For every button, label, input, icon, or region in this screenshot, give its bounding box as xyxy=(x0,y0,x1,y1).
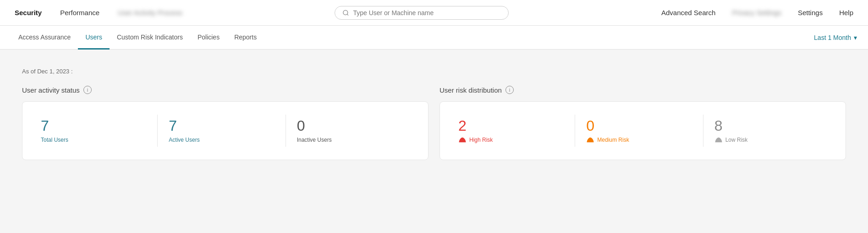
top-nav: Security Performance User Activity Proce… xyxy=(0,0,868,26)
user-activity-info-icon[interactable]: i xyxy=(83,86,92,94)
search-box xyxy=(335,6,509,20)
nav-security[interactable]: Security xyxy=(7,0,49,26)
user-risk-info-icon[interactable]: i xyxy=(505,86,514,94)
low-risk-icon xyxy=(714,137,723,143)
time-filter[interactable]: Last 1 Month ▾ xyxy=(814,34,857,41)
high-risk-stat: 2 High Risk xyxy=(455,115,575,147)
inactive-users-label: Inactive Users xyxy=(297,137,402,143)
svg-line-1 xyxy=(347,14,349,15)
main-content: As of Dec 1, 2023 : User activity status… xyxy=(0,50,868,233)
nav-performance-label: Performance xyxy=(60,9,99,17)
svg-point-0 xyxy=(343,10,348,15)
nav-settings-label: Settings xyxy=(798,9,823,17)
total-users-number: 7 xyxy=(41,118,146,133)
nav-help[interactable]: Help xyxy=(832,0,861,26)
inactive-users-stat: 0 Inactive Users xyxy=(286,115,413,147)
search-icon xyxy=(342,9,349,17)
medium-risk-stat: 0 Medium Risk xyxy=(575,115,703,147)
low-risk-stat: 8 Low Risk xyxy=(703,115,831,147)
medium-risk-icon xyxy=(586,137,594,143)
tab-reports[interactable]: Reports xyxy=(227,26,264,50)
user-activity-card: 7 Total Users 7 Active Users 0 Inactive … xyxy=(22,101,429,160)
date-label: As of Dec 1, 2023 : xyxy=(22,68,846,75)
nav-user-activity[interactable]: User Activity Process xyxy=(110,9,190,17)
active-users-stat: 7 Active Users xyxy=(158,115,286,147)
tab-access-assurance[interactable]: Access Assurance xyxy=(11,26,78,50)
user-activity-title: User activity status i xyxy=(22,86,429,94)
nav-performance[interactable]: Performance xyxy=(53,0,107,26)
search-container xyxy=(193,6,650,20)
medium-risk-label: Medium Risk xyxy=(586,137,692,143)
total-users-stat: 7 Total Users xyxy=(37,115,158,147)
active-users-label: Active Users xyxy=(169,137,274,143)
nav-advanced-search[interactable]: Advanced Search xyxy=(654,0,723,26)
active-users-number: 7 xyxy=(169,118,274,133)
user-activity-section: User activity status i 7 Total Users 7 A… xyxy=(22,86,429,160)
high-risk-label: High Risk xyxy=(458,137,564,143)
user-risk-section: User risk distribution i 2 High Risk xyxy=(439,86,846,160)
nav-right: Advanced Search Privacy Settings Setting… xyxy=(654,0,861,26)
nav-security-label: Security xyxy=(15,9,42,17)
medium-risk-number: 0 xyxy=(586,118,692,133)
time-filter-label: Last 1 Month xyxy=(814,34,851,41)
user-risk-title: User risk distribution i xyxy=(439,86,846,94)
stats-row: User activity status i 7 Total Users 7 A… xyxy=(22,86,846,160)
total-users-label: Total Users xyxy=(41,137,146,143)
chevron-down-icon: ▾ xyxy=(854,34,857,41)
nav-privacy[interactable]: Privacy Settings xyxy=(725,9,789,17)
search-input[interactable] xyxy=(353,9,501,17)
tabs-bar: Access Assurance Users Custom Risk Indic… xyxy=(0,26,868,50)
high-risk-icon xyxy=(458,137,467,143)
tab-custom-risk-indicators[interactable]: Custom Risk Indicators xyxy=(110,26,190,50)
tab-policies[interactable]: Policies xyxy=(190,26,227,50)
user-risk-card: 2 High Risk 0 Medium Risk xyxy=(439,101,846,160)
low-risk-number: 8 xyxy=(714,118,820,133)
inactive-users-number: 0 xyxy=(297,118,402,133)
nav-settings[interactable]: Settings xyxy=(791,0,830,26)
high-risk-number: 2 xyxy=(458,118,564,133)
nav-help-label: Help xyxy=(839,9,853,17)
tab-users[interactable]: Users xyxy=(78,26,110,50)
nav-advanced-search-label: Advanced Search xyxy=(661,9,715,17)
low-risk-label: Low Risk xyxy=(714,137,820,143)
